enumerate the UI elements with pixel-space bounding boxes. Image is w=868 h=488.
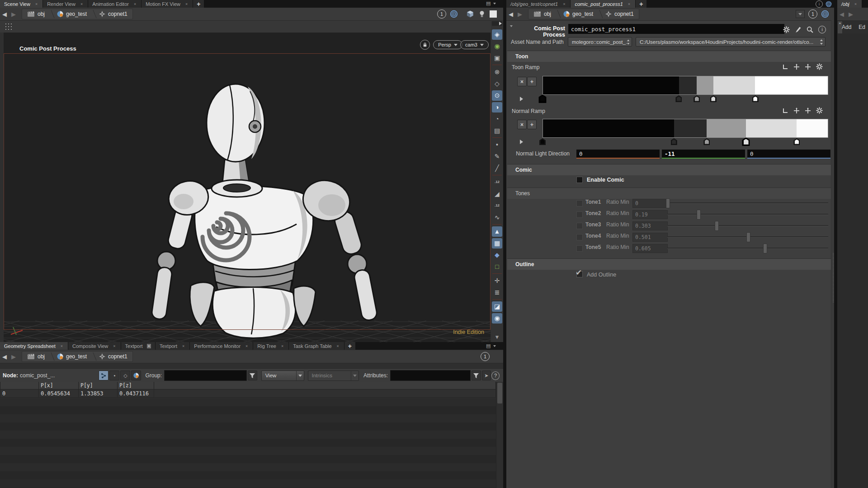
ramp-delete-button[interactable]: ×: [517, 77, 527, 86]
path-dropdown-icon[interactable]: [796, 10, 805, 18]
attributes-filter-icon[interactable]: [472, 371, 481, 380]
close-icon[interactable]: ×: [854, 2, 858, 6]
close-icon[interactable]: ×: [60, 344, 64, 348]
tab-comic-post-process1[interactable]: comic_post_process1×: [571, 0, 635, 8]
breadcrumb-geo-test[interactable]: geo_test: [53, 10, 90, 18]
tone2-ratio-field[interactable]: 0.19: [632, 210, 668, 219]
camera-selector[interactable]: cam3: [460, 40, 489, 49]
viewport-layout-icon[interactable]: ◈: [492, 29, 502, 40]
visualizers-menu-icon[interactable]: ≣: [492, 287, 502, 298]
spinner-icon[interactable]: [820, 39, 823, 45]
color-swatch-icon[interactable]: [490, 10, 497, 18]
point-mode-button[interactable]: •: [109, 371, 119, 380]
tone1-checkbox[interactable]: [576, 200, 583, 206]
normal-lighting-icon[interactable]: ⊙: [492, 90, 502, 101]
back-arrow-icon[interactable]: ◀: [2, 353, 7, 360]
tone3-checkbox[interactable]: [576, 223, 583, 229]
new-tab-button[interactable]: +: [193, 0, 204, 8]
point-numbers-icon[interactable]: .12: [492, 177, 502, 188]
breadcrumb-obj[interactable]: obj: [530, 10, 554, 18]
texture-checker-icon[interactable]: ▦: [492, 238, 502, 249]
vertex-mode-button[interactable]: ◇: [120, 371, 130, 380]
close-icon[interactable]: ×: [184, 2, 189, 6]
toolbar-scroll-right[interactable]: [492, 21, 502, 26]
slider-handle[interactable]: [666, 198, 670, 208]
show-objects-icon[interactable]: ◔: [492, 114, 502, 124]
close-icon[interactable]: ×: [562, 2, 566, 6]
asset-name-dropdown[interactable]: molegoro::comic_post_...: [568, 37, 632, 47]
tone4-ratio-field[interactable]: 0.501: [632, 233, 668, 242]
node-value[interactable]: comic_post_...: [20, 372, 55, 379]
close-icon[interactable]: ×: [80, 2, 84, 6]
target-icon[interactable]: [826, 1, 832, 7]
tab-network-path[interactable]: /obj/geo_test/copnet1×: [506, 0, 570, 8]
pane-divider[interactable]: [503, 0, 506, 488]
intrinsics-dropdown[interactable]: Intrinsics: [308, 371, 359, 381]
pin-icon[interactable]: ➤: [482, 371, 491, 380]
new-tab-button[interactable]: +: [636, 0, 646, 8]
column-pz[interactable]: P[z]: [118, 382, 154, 389]
slider-handle[interactable]: [697, 210, 701, 220]
slider-handle[interactable]: [746, 232, 750, 242]
pane-menu-icon[interactable]: ▤: [486, 343, 491, 349]
pane-menu-icon[interactable]: ▤: [486, 0, 491, 6]
menu-edit[interactable]: Ed: [859, 24, 865, 30]
search-icon[interactable]: [807, 26, 813, 33]
lights-icon[interactable]: [478, 10, 486, 18]
particles-icon[interactable]: ◆: [492, 250, 502, 260]
ramp-delete-button[interactable]: ×: [517, 120, 527, 129]
prim-numbers-icon[interactable]: .12: [492, 201, 502, 211]
info-icon[interactable]: i: [816, 0, 823, 8]
uv-overlay-icon[interactable]: □: [492, 262, 502, 272]
close-icon[interactable]: ×: [34, 2, 38, 6]
back-arrow-icon[interactable]: ◀: [840, 11, 844, 18]
ramp-stop-marker[interactable]: [539, 138, 546, 145]
tab-motion-fx-view[interactable]: Motion FX View×: [142, 0, 193, 8]
close-icon[interactable]: ×: [245, 344, 249, 348]
view-dropdown[interactable]: View: [261, 371, 304, 381]
ramp-expand-icon[interactable]: [520, 140, 523, 144]
ramp-view-icon[interactable]: [782, 108, 788, 114]
ramp-options-icon[interactable]: [816, 63, 823, 70]
linked-view-icon[interactable]: [821, 10, 829, 18]
forward-arrow-icon[interactable]: ▶: [849, 11, 853, 18]
axis-gizmo-icon[interactable]: ✛: [492, 276, 502, 286]
tab-performance-monitor[interactable]: Performance Monitor×: [190, 342, 253, 350]
tone4-slider[interactable]: [667, 233, 828, 241]
slider-handle[interactable]: [715, 221, 719, 231]
normal-light-z-field[interactable]: 0: [747, 150, 830, 159]
linked-view-icon[interactable]: [450, 10, 458, 18]
normal-ramp-gradient[interactable]: [542, 119, 828, 138]
toon-ramp-gradient[interactable]: [542, 76, 828, 95]
ramp-distribute-icon[interactable]: [805, 108, 811, 114]
ramp-stop-marker[interactable]: [671, 138, 677, 145]
pane-split-icon[interactable]: [493, 3, 496, 5]
tone3-ratio-field[interactable]: 0.303: [632, 221, 668, 230]
breadcrumb-copnet1[interactable]: copnet1: [95, 353, 131, 360]
default-lighting-icon[interactable]: ◇: [492, 79, 502, 89]
section-toon[interactable]: Toon: [507, 51, 835, 62]
ramp-options-icon[interactable]: [816, 107, 823, 114]
column-py[interactable]: P[y]: [79, 382, 118, 389]
forward-arrow-icon[interactable]: ▶: [11, 353, 16, 360]
tab-composite-view[interactable]: Composite View×: [68, 342, 121, 350]
tone1-ratio-field[interactable]: 0: [632, 199, 668, 208]
display-handles-icon[interactable]: ∿: [492, 212, 502, 223]
ramp-stop-marker[interactable]: [752, 95, 759, 102]
ramp-stop-marker[interactable]: [710, 95, 717, 102]
group-filter-icon[interactable]: [248, 371, 257, 380]
enable-comic-checkbox[interactable]: [576, 177, 583, 183]
ramp-spread-icon[interactable]: [793, 64, 800, 70]
network-canvas[interactable]: [837, 33, 868, 488]
camera-lock-icon[interactable]: [420, 40, 430, 50]
tone1-slider[interactable]: [667, 199, 828, 207]
pane-split-icon[interactable]: [493, 345, 496, 347]
tab-render-view[interactable]: Render View×: [43, 0, 88, 8]
tone5-ratio-field[interactable]: 0.605: [632, 244, 668, 253]
tab-task-graph-table[interactable]: Task Graph Table×: [289, 342, 344, 350]
ramp-stop-marker[interactable]: [703, 138, 710, 145]
ramp-add-button[interactable]: +: [527, 120, 537, 129]
tone2-checkbox[interactable]: [576, 211, 583, 218]
viewer-count-badge[interactable]: 1: [481, 352, 490, 361]
column-px[interactable]: P[x]: [39, 382, 79, 389]
